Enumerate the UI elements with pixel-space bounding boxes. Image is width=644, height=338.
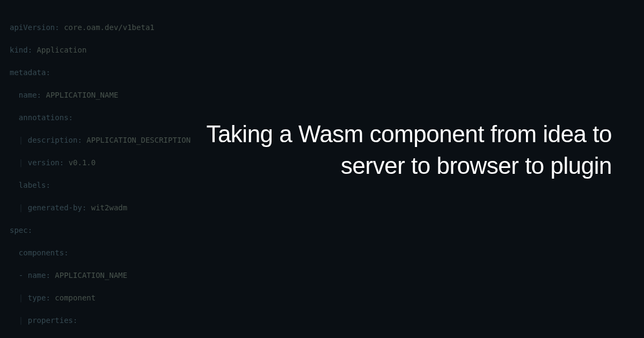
yaml-value: Application [37,46,87,54]
yaml-key: components [19,248,64,257]
yaml-value: APPLICATION_NAME [55,271,127,280]
yaml-key: name [19,91,37,99]
yaml-key: description [28,136,78,144]
yaml-key: version [28,158,60,167]
yaml-key: properties [28,316,73,325]
yaml-value: v0.1.0 [69,158,96,167]
yaml-value: APPLICATION_NAME [46,91,118,99]
yaml-key: kind [10,46,28,54]
yaml-value: core.oam.dev/v1beta1 [64,23,155,32]
yaml-key: type [28,293,46,302]
page-title: Taking a Wasm component from idea to ser… [204,118,612,182]
yaml-key: spec [10,226,28,234]
yaml-key: annotations [19,113,69,122]
yaml-value: component [55,293,96,302]
yaml-key: labels [19,181,46,189]
yaml-key: apiVersion [10,23,55,32]
yaml-key: generated-by [28,203,82,212]
yaml-value: APPLICATION_DESCRIPTION [86,136,191,144]
yaml-key: name [28,271,46,280]
yaml-value: wit2wadm [91,203,127,212]
yaml-key: metadata [10,68,46,77]
